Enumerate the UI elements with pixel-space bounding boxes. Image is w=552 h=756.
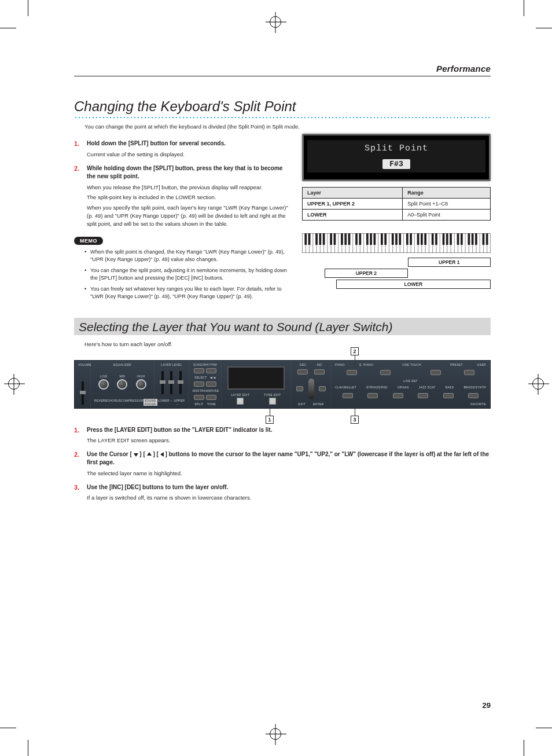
crop-mark bbox=[536, 728, 552, 728]
registration-mark bbox=[270, 728, 281, 740]
crop-mark bbox=[536, 28, 552, 28]
step-head-part: Use the Cursor [ bbox=[87, 451, 132, 457]
panel-label-chorus: CHORUS bbox=[107, 399, 120, 406]
svg-rect-75 bbox=[421, 233, 423, 245]
panel-label-songrhythm: SONG/RHYTHM bbox=[193, 363, 218, 366]
svg-rect-78 bbox=[435, 233, 437, 245]
table-cell: A0–Split Point bbox=[403, 210, 491, 221]
button-icon bbox=[380, 370, 391, 375]
svg-rect-68 bbox=[384, 233, 387, 245]
panel-display bbox=[227, 366, 285, 390]
panel-label-reverb: REVERB bbox=[94, 399, 107, 406]
section1-right-column: Split Point F#3 Layer Range UPPER 1, UPP… bbox=[302, 134, 491, 300]
table-header: Layer bbox=[303, 188, 403, 199]
panel-label-layeredit: LAYER EDIT bbox=[231, 393, 249, 397]
section1-steps: Hold down the [SPLIT] button for several… bbox=[74, 140, 292, 227]
knob-icon bbox=[136, 379, 146, 390]
svg-rect-80 bbox=[446, 233, 448, 245]
panel-label-inc: INC bbox=[317, 363, 322, 366]
panel-label-bass: BASS bbox=[446, 386, 454, 389]
panel-label-other: JAZZ SCAT bbox=[419, 386, 436, 389]
slider-icon bbox=[179, 371, 182, 394]
instrument-panel: VOLUME EQUALIZER LOW MID HIGH REVERB CHO… bbox=[74, 360, 491, 409]
section1-step-2: While holding down the [SPLIT] button, p… bbox=[74, 164, 292, 228]
crop-mark bbox=[28, 0, 28, 16]
svg-rect-65 bbox=[370, 233, 372, 245]
step-heading: Press the [LAYER EDIT] button so the "LA… bbox=[87, 426, 491, 435]
svg-rect-59 bbox=[341, 233, 343, 245]
page: Performance Changing the Keyboard's Spli… bbox=[0, 0, 552, 756]
dotted-rule bbox=[74, 116, 491, 119]
section2-step-2: Use the Cursor [ ] [ ] [ ] buttons to mo… bbox=[74, 450, 491, 478]
button-icon bbox=[468, 393, 479, 398]
button-icon bbox=[194, 381, 204, 387]
svg-rect-85 bbox=[472, 233, 474, 245]
panel-label-layerlevel: LAYER LEVEL bbox=[158, 363, 185, 366]
svg-rect-70 bbox=[395, 233, 398, 245]
button-icon bbox=[194, 395, 204, 400]
table-cell: UPPER 1, UPPER 2 bbox=[303, 199, 403, 210]
svg-rect-60 bbox=[344, 233, 347, 245]
svg-rect-81 bbox=[450, 233, 452, 245]
section1-columns: Hold down the [SPLIT] button for several… bbox=[74, 134, 491, 300]
section2-step-3: Use the [INC] [DEC] buttons to turn the … bbox=[74, 483, 491, 502]
left-arrow-icon bbox=[160, 452, 164, 457]
button-icon bbox=[314, 369, 325, 375]
panel-label-synth: BRASS/SYNTH bbox=[463, 386, 486, 389]
step-heading: Hold down the [SPLIT] button for several… bbox=[87, 140, 292, 148]
lcd-display: Split Point F#3 bbox=[302, 134, 491, 181]
svg-rect-55 bbox=[319, 233, 321, 245]
svg-rect-63 bbox=[359, 233, 361, 245]
panel-label-split: SPLIT bbox=[194, 402, 203, 406]
table-cell: LOWER bbox=[303, 210, 403, 221]
led-button-icon bbox=[237, 398, 244, 405]
panel-label-favorite: FAVORITE bbox=[335, 402, 486, 406]
section1-title: Changing the Keyboard's Split Point bbox=[74, 98, 491, 115]
section1-intro: You can change the point at which the ke… bbox=[74, 123, 491, 130]
button-icon bbox=[430, 370, 441, 375]
svg-rect-56 bbox=[323, 233, 325, 245]
step-body: When you release the [SPLIT] button, the… bbox=[87, 184, 292, 192]
step-body: If a layer is switched off, its name is … bbox=[87, 494, 491, 502]
registration-mark bbox=[270, 16, 281, 28]
button-icon bbox=[194, 368, 204, 373]
svg-rect-84 bbox=[468, 233, 470, 245]
svg-rect-62 bbox=[355, 233, 358, 245]
memo-item: You can freely set whatever key ranges y… bbox=[84, 285, 292, 300]
volume-slider-icon bbox=[82, 381, 84, 405]
button-icon bbox=[464, 370, 474, 375]
lcd-line1: Split Point bbox=[310, 144, 483, 153]
panel-label-transpose: TRANSPOSE bbox=[200, 389, 219, 392]
memo-heading-row: MEMO bbox=[74, 237, 292, 245]
panel-label-lower: LOWER bbox=[158, 399, 170, 406]
panel-label-eq: EQUALIZER bbox=[94, 363, 150, 366]
lcd-line2: F#3 bbox=[310, 158, 483, 169]
memo-item: You can change the split point, adjustin… bbox=[84, 267, 292, 282]
table-cell: Split Point +1–C8 bbox=[403, 199, 491, 210]
button-icon bbox=[297, 369, 308, 375]
lcd-screen: Split Point F#3 bbox=[307, 140, 485, 173]
crop-mark bbox=[524, 740, 524, 756]
section2-title: Selecting the Layer that You want to Sou… bbox=[79, 320, 486, 334]
slider-icon bbox=[161, 371, 164, 394]
panel-label-select: SELECT bbox=[194, 376, 207, 379]
led-button-icon bbox=[269, 398, 276, 405]
registration-mark bbox=[8, 378, 20, 390]
knob-icon bbox=[117, 379, 127, 390]
panel-label-organ: ORGAN bbox=[398, 386, 409, 389]
registration-mark bbox=[532, 378, 544, 390]
section1-step-1: Hold down the [SPLIT] button for several… bbox=[74, 140, 292, 158]
svg-rect-77 bbox=[432, 233, 434, 245]
bar-upper1: UPPER 1 bbox=[408, 258, 491, 267]
panel-label-dec: DEC bbox=[300, 363, 306, 366]
panel-label-onetouch: ONE TOUCH bbox=[402, 363, 421, 366]
svg-rect-52 bbox=[304, 233, 307, 245]
button-icon bbox=[418, 393, 428, 398]
step-heading: Use the [INC] [DEC] buttons to turn the … bbox=[87, 483, 491, 492]
step-body: Current value of the setting is displaye… bbox=[87, 151, 292, 159]
panel-label-clav: CLAV/MALLET bbox=[335, 386, 356, 389]
panel-label-piano: PIANO bbox=[335, 363, 345, 366]
panel-label-volume: VOLUME bbox=[78, 363, 87, 366]
svg-rect-71 bbox=[399, 233, 401, 245]
callout-3: 3 bbox=[351, 416, 359, 424]
